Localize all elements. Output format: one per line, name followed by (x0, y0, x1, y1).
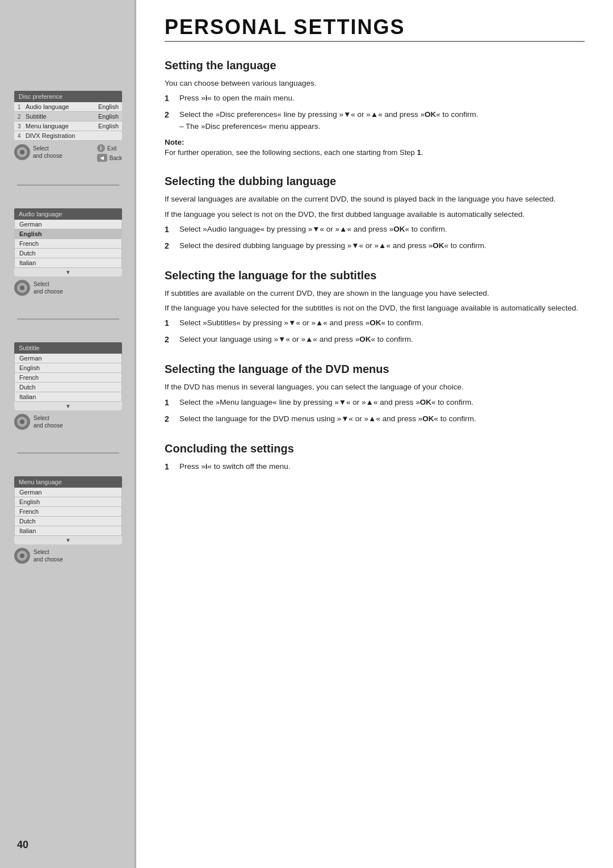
select-labels-3: Select and choose (33, 414, 63, 429)
menu-language-panel: Menu language German English French Dutc… (14, 476, 122, 544)
select-labels-1: Select and choose (33, 145, 62, 160)
step-num-5-1: 1 (165, 461, 174, 473)
audio-item-italian: Italian (14, 258, 122, 268)
step-4-2: 2 Select the language for the DVD menus … (165, 413, 585, 425)
audio-item-german: German (14, 220, 122, 229)
select-label-2: Select (33, 280, 63, 288)
page-wrapper: Disc preference 1 Audio language English… (0, 0, 613, 868)
exit-back-col: i Exit ◀ Back (97, 144, 122, 162)
dubbing-para1: If several languages are available on th… (165, 194, 585, 205)
setting-language-steps: 1 Press »i« to open the main menu. 2 Sel… (165, 93, 585, 132)
menu-down-arrow: ▼ (14, 536, 122, 544)
select-dial-icon-3 (14, 414, 30, 430)
step-text-3-2: Select your language using »▼« or »▲« an… (179, 334, 413, 346)
heading-setting-language: Setting the language (165, 59, 585, 72)
disc-row-3: 3 Menu language English (14, 121, 122, 131)
step-2-2: 2 Select the desired dubbing language by… (165, 240, 585, 252)
heading-concluding: Concluding the settings (165, 442, 585, 455)
dial-center-1 (20, 150, 24, 154)
subtitle-item-dutch: Dutch (14, 383, 122, 392)
dubbing-steps: 1 Select »Audio language« by pressing »▼… (165, 224, 585, 252)
back-item: ◀ Back (97, 154, 122, 162)
choose-label-3: and choose (33, 422, 63, 429)
note-label: Note: (165, 138, 184, 146)
select-labels-4: Select and choose (33, 548, 63, 563)
step-text-4-2: Select the language for the DVD menus us… (179, 413, 476, 425)
row-num-4: 4 (18, 133, 26, 139)
concluding-steps: 1 Press »i« to switch off the menu. (165, 461, 585, 473)
hr-2 (17, 318, 119, 320)
row-label-audio: Audio language (26, 103, 98, 110)
page-number: 40 (17, 839, 28, 851)
row-value-audio: English (98, 103, 119, 110)
dial-inner-4 (17, 551, 27, 561)
subtitle-steps: 1 Select »Subtitles« by pressing »▼« or … (165, 317, 585, 346)
step-text-2-1: Select »Audio language« by pressing »▼« … (179, 224, 447, 236)
note-block: Note: For further operation, see the fol… (165, 137, 585, 158)
select-label-1: Select (33, 145, 62, 152)
dial-inner-1 (17, 147, 27, 157)
hr-3 (17, 452, 119, 454)
step-3-2: 2 Select your language using »▼« or »▲« … (165, 334, 585, 346)
section-dvd-menu: Selecting the language of the DVD menus … (165, 363, 585, 425)
menu-item-german: German (14, 488, 122, 497)
select-labels-2: Select and choose (33, 280, 63, 295)
subtitle-para1: If subtitles are available on the curren… (165, 288, 585, 299)
step-num-1-1: 1 (165, 93, 174, 104)
dvd-menu-para1: If the DVD has menus in several language… (165, 381, 585, 393)
subtitle-para2: If the language you have selected for th… (165, 303, 585, 314)
exit-item: i Exit (97, 144, 122, 152)
select-dial-icon-1 (14, 144, 30, 160)
step-text-5-1: Press »i« to switch off the menu. (179, 461, 291, 473)
dial-inner-2 (17, 283, 27, 293)
dial-center-2 (20, 286, 24, 290)
step-num-2-1: 1 (165, 224, 174, 236)
dial-center-4 (20, 553, 24, 558)
step-text-4-1: Select the »Menu language« line by press… (179, 397, 473, 409)
heading-dubbing: Selecting the dubbing language (165, 175, 585, 188)
sidebar: Disc preference 1 Audio language English… (0, 0, 136, 868)
choose-label-2: and choose (33, 288, 63, 295)
dial-center-3 (20, 420, 24, 424)
subtitle-controls: Select and choose (14, 414, 122, 430)
step-num-2-2: 2 (165, 240, 174, 252)
menu-controls: Select and choose (14, 548, 122, 564)
menu-language-group: Menu language German English French Dutc… (14, 476, 122, 564)
setting-language-intro: You can choose between various languages… (165, 78, 585, 89)
subtitle-item-english: English (14, 363, 122, 373)
row-label-menu: Menu language (26, 123, 98, 129)
section-setting-language: Setting the language You can choose betw… (165, 59, 585, 158)
step-text-1-2: Select the »Disc preferences« line by pr… (179, 109, 478, 132)
audio-item-english: English (14, 229, 122, 239)
disc-row-1: 1 Audio language English (14, 102, 122, 112)
section-concluding: Concluding the settings 1 Press »i« to s… (165, 442, 585, 473)
subtitle-down-arrow: ▼ (14, 402, 122, 410)
row-label-subtitle: Subtitle (26, 113, 98, 120)
step-num-3-1: 1 (165, 317, 174, 329)
menu-item-dutch: Dutch (14, 517, 122, 526)
step-4-1: 1 Select the »Menu language« line by pre… (165, 397, 585, 409)
subtitle-item-french: French (14, 373, 122, 383)
row-value-menu: English (98, 123, 119, 129)
main-content: PERSONAL SETTINGS Setting the language Y… (136, 0, 613, 868)
subtitle-item-italian: Italian (14, 392, 122, 402)
heading-subtitle-language: Selecting the language for the subtitles (165, 269, 585, 282)
step-text-3-1: Select »Subtitles« by pressing »▼« or »▲… (179, 317, 423, 329)
row-num-3: 3 (18, 123, 26, 129)
menu-language-title: Menu language (14, 476, 122, 488)
exit-badge: i (97, 144, 105, 152)
page-title-wrapper: PERSONAL SETTINGS (165, 17, 585, 42)
step-2-1: 1 Select »Audio language« by pressing »▼… (165, 224, 585, 236)
menu-item-french: French (14, 507, 122, 517)
step-text-2-2: Select the desired dubbing language by p… (179, 240, 486, 252)
exit-label: Exit (107, 145, 117, 152)
audio-controls: Select and choose (14, 280, 122, 296)
step-num-1-2: 2 (165, 109, 174, 132)
disc-row-2: 2 Subtitle English (14, 112, 122, 121)
step-num-4-2: 2 (165, 413, 174, 425)
page-title: PERSONAL SETTINGS (165, 17, 405, 41)
hr-1 (17, 184, 119, 186)
select-label-3: Select (33, 414, 63, 422)
step-5-1: 1 Press »i« to switch off the menu. (165, 461, 585, 473)
audio-language-title: Audio language (14, 208, 122, 220)
